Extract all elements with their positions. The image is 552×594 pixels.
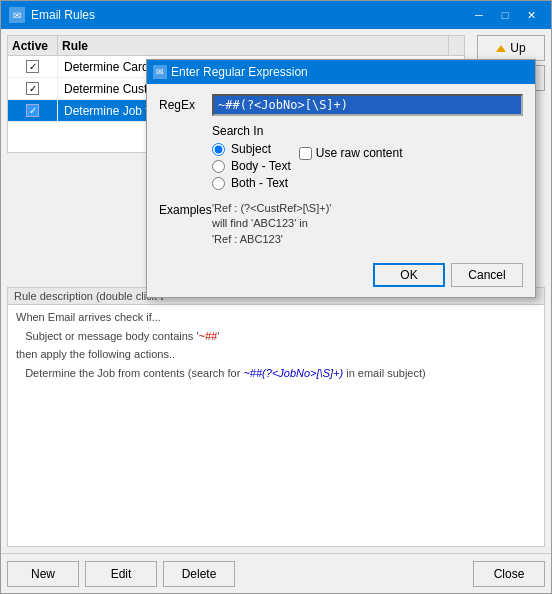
description-section: Rule description (double click t When Em…	[7, 287, 545, 547]
email-rules-window: ✉ Email Rules ─ □ ✕ Active Rule ✓	[0, 0, 552, 594]
title-bar: ✉ Email Rules ─ □ ✕	[1, 1, 551, 29]
regex-input[interactable]	[212, 94, 523, 116]
options-row: Search In Subject Body - Text Both - Tex…	[159, 124, 523, 193]
search-in-section: Search In Subject Body - Text Both - Tex…	[212, 124, 291, 193]
bottom-bar: New Edit Delete Close	[1, 553, 551, 593]
raw-content-option: Use raw content	[299, 146, 403, 160]
maximize-button[interactable]: □	[493, 5, 517, 25]
regex-row: RegEx	[159, 94, 523, 116]
row-checkbox[interactable]: ✓	[8, 100, 58, 121]
example-line-1: 'Ref : (?<CustRef>[\S]+)'	[212, 201, 331, 216]
radio-subject-label: Subject	[231, 142, 271, 156]
radio-subject-row: Subject	[212, 142, 291, 156]
window-icon: ✉	[9, 7, 25, 23]
up-button[interactable]: Up	[477, 35, 545, 61]
radio-body-row: Body - Text	[212, 159, 291, 173]
radio-both-row: Both - Text	[212, 176, 291, 190]
example-line-3: 'Ref : ABC123'	[212, 232, 331, 247]
close-button[interactable]: Close	[473, 561, 545, 587]
column-header-rule: Rule	[58, 36, 448, 55]
desc-line-3: then apply the following actions..	[16, 346, 536, 363]
title-bar-left: ✉ Email Rules	[9, 7, 95, 23]
edit-button[interactable]: Edit	[85, 561, 157, 587]
up-arrow-icon	[496, 45, 506, 52]
dialog-title: Enter Regular Expression	[171, 65, 308, 79]
desc-prefix-4: Determine the Job from contents (search …	[25, 367, 243, 379]
examples-label: Examples	[159, 201, 204, 217]
minimize-button[interactable]: ─	[467, 5, 491, 25]
cancel-button[interactable]: Cancel	[451, 263, 523, 287]
raw-content-checkbox[interactable]	[299, 147, 312, 160]
dialog-footer: OK Cancel	[147, 257, 535, 297]
radio-body-label: Body - Text	[231, 159, 291, 173]
delete-button[interactable]: Delete	[163, 561, 235, 587]
desc-highlight-2: ~##	[198, 330, 217, 342]
new-button[interactable]: New	[7, 561, 79, 587]
desc-line-1: When Email arrives check if...	[16, 309, 536, 326]
example-line-2: will find 'ABC123' in	[212, 216, 331, 231]
desc-suffix-2: '	[217, 330, 219, 342]
description-body: When Email arrives check if... Subject o…	[8, 305, 544, 387]
radio-both-label: Both - Text	[231, 176, 288, 190]
main-content: Active Rule ✓ Determine CardFile from Em…	[1, 29, 551, 553]
desc-suffix-4: in email subject)	[343, 367, 426, 379]
desc-line-2: Subject or message body contains '~##'	[16, 328, 536, 345]
desc-line-4: Determine the Job from contents (search …	[16, 365, 536, 382]
row-checkbox[interactable]: ✓	[8, 78, 58, 99]
close-window-button[interactable]: ✕	[519, 5, 543, 25]
desc-blue-4: ~##(?<JobNo>[\S]+)	[243, 367, 343, 379]
search-in-label: Search In	[212, 124, 291, 138]
window-title: Email Rules	[31, 8, 95, 22]
column-header-active: Active	[8, 36, 58, 55]
examples-text: 'Ref : (?<CustRef>[\S]+)' will find 'ABC…	[212, 201, 331, 247]
radio-both[interactable]	[212, 177, 225, 190]
ok-button[interactable]: OK	[373, 263, 445, 287]
dialog-title-bar: ✉ Enter Regular Expression	[147, 60, 535, 84]
rules-table-header: Active Rule	[8, 36, 464, 56]
desc-prefix-2: Subject or message body contains '	[25, 330, 198, 342]
examples-section: Examples 'Ref : (?<CustRef>[\S]+)' will …	[159, 201, 523, 247]
row-checkbox[interactable]: ✓	[8, 56, 58, 77]
dialog-body: RegEx Search In Subject Body - Text	[147, 84, 535, 257]
dialog-icon: ✉	[153, 65, 167, 79]
regex-dialog: ✉ Enter Regular Expression RegEx Search …	[146, 59, 536, 298]
radio-body[interactable]	[212, 160, 225, 173]
regex-label: RegEx	[159, 98, 204, 112]
raw-content-label: Use raw content	[316, 146, 403, 160]
radio-subject[interactable]	[212, 143, 225, 156]
title-controls: ─ □ ✕	[467, 5, 543, 25]
